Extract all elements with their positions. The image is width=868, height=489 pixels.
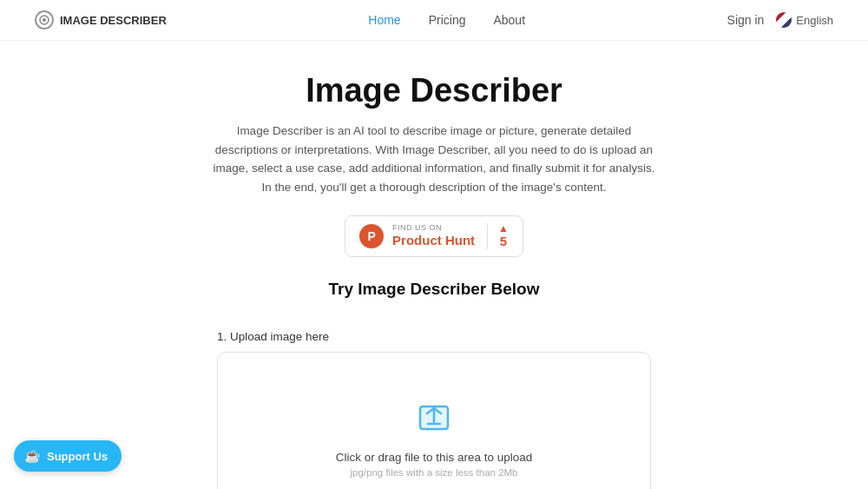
upload-hint: jpg/png files with a size less than 2Mb [350, 467, 517, 478]
nav-home[interactable]: Home [368, 13, 400, 27]
step1-label: 1. Upload image here [217, 330, 651, 343]
product-hunt-badge[interactable]: P FIND US ON Product Hunt ▲ 5 [345, 215, 523, 257]
coffee-icon: ☕ [24, 448, 41, 464]
language-label: English [796, 14, 833, 27]
logo: IMAGE DESCRIBER [35, 10, 167, 30]
support-label: Support Us [47, 450, 108, 463]
logo-icon [35, 10, 54, 30]
language-selector[interactable]: English [776, 12, 833, 28]
nav-links: Home Pricing About [368, 13, 525, 27]
ph-upvote-icon: ▲ [498, 223, 509, 234]
logo-text: IMAGE DESCRIBER [60, 14, 167, 27]
navbar: IMAGE DESCRIBER Home Pricing About Sign … [0, 0, 868, 41]
svg-point-1 [43, 18, 46, 22]
ph-find-us-label: FIND US ON [392, 224, 442, 232]
hero-title: Image Describer [17, 72, 851, 109]
ph-text: FIND US ON Product Hunt [392, 224, 475, 249]
ph-score-value: 5 [500, 234, 507, 249]
sign-in-link[interactable]: Sign in [727, 13, 765, 27]
nav-pricing[interactable]: Pricing [429, 13, 466, 27]
hero-description: Image Describer is an AI tool to describ… [208, 122, 660, 196]
upload-icon [413, 396, 455, 440]
try-section-title: Try Image Describer Below [17, 280, 851, 299]
ph-product-name: Product Hunt [392, 232, 475, 249]
ph-score-block: ▲ 5 [487, 223, 509, 249]
support-button[interactable]: ☕ Support Us [14, 440, 122, 472]
main-form: 1. Upload image here Click or drag file … [200, 330, 668, 489]
flag-icon [776, 12, 792, 28]
nav-about[interactable]: About [493, 13, 525, 27]
ph-logo-icon: P [359, 224, 384, 248]
nav-right: Sign in English [727, 12, 833, 28]
upload-text: Click or drag file to this area to uploa… [336, 451, 533, 464]
upload-dropzone[interactable]: Click or drag file to this area to uploa… [217, 352, 651, 489]
hero-section: Image Describer Image Describer is an AI… [0, 41, 868, 330]
